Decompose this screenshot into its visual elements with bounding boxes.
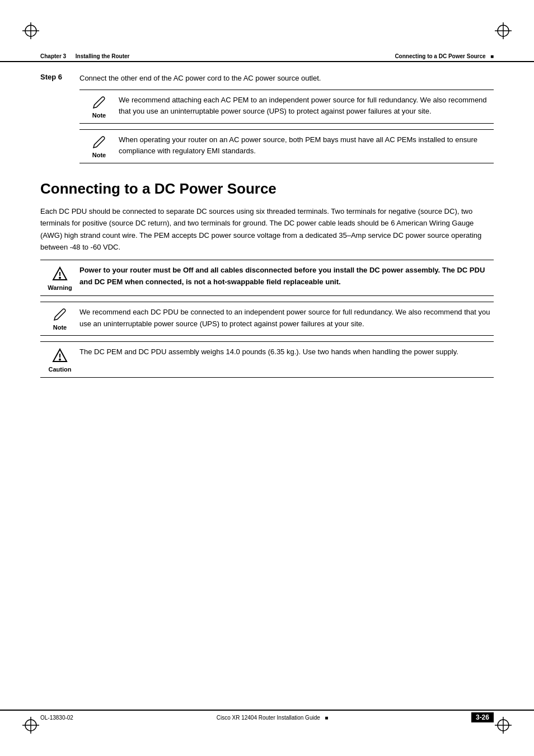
caution1-icon-col: Caution — [40, 346, 79, 373]
note3-block: Note We recommend each DC PDU be connect… — [40, 302, 494, 336]
header: Chapter 3 Installing the Router Connecti… — [0, 53, 534, 62]
corner-mark-tr — [495, 22, 512, 39]
section-title-header: Connecting to a DC Power Source — [395, 53, 485, 59]
body-text: Each DC PDU should be connected to separ… — [40, 205, 494, 253]
note2-pencil-icon — [92, 135, 106, 151]
footer-page: 3-26 — [471, 712, 494, 722]
caution1-text: The DC PEM and DC PDU assembly weighs 14… — [79, 346, 494, 358]
note3-label: Note — [53, 324, 67, 331]
header-right: Connecting to a DC Power Source ■ — [395, 53, 494, 59]
step6-block: Step 6 Connect the other end of the AC p… — [40, 73, 494, 84]
note3-icon-col: Note — [40, 307, 79, 331]
note3-pencil-icon — [53, 308, 67, 323]
note1-text: We recommend attaching each AC PEM to an… — [119, 95, 494, 118]
note1-icon-col: Note — [79, 95, 119, 119]
step6-text: Connect the other end of the AC power co… — [79, 73, 494, 84]
caution1-block: Caution The DC PEM and DC PDU assembly w… — [40, 341, 494, 378]
svg-point-14 — [59, 278, 60, 279]
section-heading: Connecting to a DC Power Source — [40, 180, 494, 198]
warning1-label: Warning — [48, 284, 72, 291]
note1-label: Note — [92, 112, 106, 119]
footer-doc-number: OL-13830-02 — [40, 715, 73, 721]
note3-text: We recommend each DC PDU be connected to… — [79, 307, 494, 330]
footer: OL-13830-02 Cisco XR 12404 Router Instal… — [0, 710, 534, 722]
note2-block: Note When operating your router on an AC… — [79, 129, 494, 163]
warning1-block: Warning Power to your router must be Off… — [40, 260, 494, 296]
note1-block: Note We recommend attaching each AC PEM … — [79, 90, 494, 124]
svg-point-17 — [59, 359, 60, 360]
warning1-text: Power to your router must be Off and all… — [79, 265, 494, 288]
corner-mark-tl — [22, 22, 39, 39]
step6-label: Step 6 — [40, 73, 79, 84]
footer-title: Cisco XR 12404 Router Installation Guide… — [217, 715, 328, 721]
warning1-icon-col: Warning — [40, 265, 79, 291]
chapter-label: Chapter 3 — [40, 53, 66, 59]
chapter-title: Installing the Router — [76, 53, 130, 59]
note2-text: When operating your router on an AC powe… — [119, 134, 494, 158]
note2-label: Note — [92, 152, 106, 158]
page: Chapter 3 Installing the Router Connecti… — [0, 0, 534, 756]
main-content: Step 6 Connect the other end of the AC p… — [40, 67, 494, 711]
warning1-triangle-icon — [52, 266, 68, 283]
note1-pencil-icon — [92, 96, 106, 111]
note2-icon-col: Note — [79, 134, 119, 158]
caution1-label: Caution — [49, 366, 72, 373]
caution1-triangle-icon — [52, 348, 68, 365]
header-left: Chapter 3 Installing the Router — [40, 53, 129, 59]
